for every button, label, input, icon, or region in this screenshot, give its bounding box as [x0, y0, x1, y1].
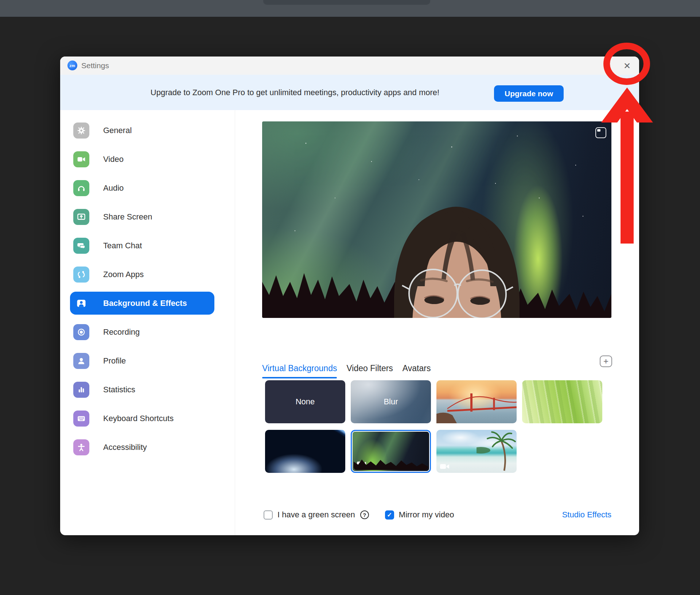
- upgrade-now-button[interactable]: Upgrade now: [494, 85, 564, 102]
- sidebar-item-share-screen[interactable]: Share Screen: [70, 202, 214, 231]
- green-screen-label: I have a green screen: [277, 510, 355, 520]
- background-tile-golden-gate-bridge[interactable]: [436, 380, 517, 423]
- background-tile-grass[interactable]: [522, 380, 602, 423]
- background-tile-none[interactable]: None: [265, 380, 345, 423]
- person-in-preview: [262, 121, 611, 318]
- sidebar-item-label: Zoom Apps: [103, 270, 144, 279]
- sidebar-item-statistics[interactable]: Statistics: [70, 375, 214, 404]
- close-button[interactable]: ✕: [619, 60, 635, 71]
- headphones-icon: [73, 180, 89, 196]
- video-preview: [262, 121, 611, 318]
- green-screen-checkbox[interactable]: [264, 510, 273, 520]
- tab-virtual-backgrounds[interactable]: Virtual Backgrounds: [262, 363, 337, 376]
- titlebar: zm Settings ✕: [60, 57, 639, 75]
- sidebar-item-video[interactable]: Video: [70, 145, 214, 174]
- sidebar-item-audio[interactable]: Audio: [70, 174, 214, 202]
- tile-label: None: [296, 397, 315, 407]
- studio-effects-link[interactable]: Studio Effects: [562, 510, 611, 520]
- video-camera-icon: [73, 151, 89, 167]
- chat-bubbles-icon: [73, 238, 89, 254]
- window-title: Settings: [81, 57, 109, 75]
- mirror-video-group: ✓ Mirror my video: [385, 510, 454, 520]
- add-background-button[interactable]: +: [600, 355, 612, 367]
- sidebar-item-label: Background & Effects: [103, 299, 187, 308]
- sidebar-item-zoom-apps[interactable]: Zoom Apps: [70, 260, 214, 289]
- profile-icon: [73, 353, 89, 369]
- sidebar-item-label: Video: [103, 155, 124, 164]
- background-window-tab: [263, 0, 430, 5]
- settings-sidebar: General Video Audio Share Screen: [60, 110, 235, 535]
- statistics-icon: [73, 382, 89, 398]
- sidebar-item-label: Keyboard Shortcuts: [103, 414, 174, 423]
- mirror-video-label: Mirror my video: [399, 510, 454, 520]
- mirror-video-checkbox[interactable]: ✓: [385, 510, 394, 520]
- sidebar-item-profile[interactable]: Profile: [70, 346, 214, 375]
- background-tile-tropical-beach[interactable]: [436, 430, 517, 473]
- background-thumbnails: None Blur: [265, 380, 602, 473]
- checkmark-icon: ✓: [387, 511, 392, 519]
- sidebar-item-label: Statistics: [103, 385, 135, 394]
- background-tile-aurora-forest[interactable]: [351, 430, 431, 473]
- sidebar-item-label: Recording: [103, 327, 140, 337]
- zoom-logo-text: zm: [70, 63, 75, 68]
- zoom-app-icon: zm: [67, 61, 77, 70]
- sidebar-item-label: Team Chat: [103, 241, 142, 250]
- accessibility-icon: [73, 439, 89, 455]
- sidebar-item-accessibility[interactable]: Accessibility: [70, 433, 214, 462]
- screenshot-root: zm Settings ✕ Upgrade to Zoom One Pro to…: [0, 0, 700, 595]
- background-tile-earth-from-space[interactable]: [265, 430, 345, 473]
- sidebar-item-label: Accessibility: [103, 443, 147, 452]
- picture-in-picture-icon[interactable]: [595, 127, 606, 138]
- help-icon[interactable]: ?: [360, 510, 369, 519]
- sidebar-item-label: Profile: [103, 356, 126, 366]
- sidebar-item-label: Audio: [103, 183, 124, 193]
- background-tile-blur[interactable]: Blur: [351, 380, 431, 423]
- background-tabs: Virtual Backgrounds Video Filters Avatar…: [262, 363, 431, 376]
- upgrade-banner: Upgrade to Zoom One Pro to get unlimited…: [60, 75, 639, 110]
- video-background-icon: [357, 461, 366, 467]
- background-window-topbar: [0, 0, 700, 17]
- tile-label: Blur: [384, 397, 398, 407]
- sidebar-item-keyboard-shortcuts[interactable]: Keyboard Shortcuts: [70, 404, 214, 433]
- gear-icon: [73, 122, 89, 139]
- preview-options-row: I have a green screen ? ✓ Mirror my vide…: [264, 507, 611, 523]
- sidebar-item-recording[interactable]: Recording: [70, 318, 214, 346]
- tab-video-filters[interactable]: Video Filters: [346, 363, 393, 376]
- sidebar-item-label: General: [103, 126, 132, 135]
- share-screen-icon: [73, 209, 89, 225]
- sidebar-item-label: Share Screen: [103, 212, 152, 222]
- sidebar-item-team-chat[interactable]: Team Chat: [70, 231, 214, 260]
- record-icon: [73, 324, 89, 340]
- palm-tree-illustration: [477, 430, 517, 473]
- background-effects-icon: [73, 295, 89, 311]
- upgrade-banner-text: Upgrade to Zoom One Pro to get unlimited…: [151, 88, 439, 97]
- tab-avatars[interactable]: Avatars: [402, 363, 431, 376]
- sidebar-item-general[interactable]: General: [70, 116, 214, 145]
- zoom-settings-window: zm Settings ✕ Upgrade to Zoom One Pro to…: [60, 57, 639, 535]
- video-background-icon: [440, 463, 450, 470]
- keyboard-icon: [73, 411, 89, 427]
- zoom-apps-icon: [73, 267, 89, 283]
- sidebar-item-background-effects[interactable]: Background & Effects: [70, 292, 214, 315]
- bridge-illustration: [436, 380, 517, 423]
